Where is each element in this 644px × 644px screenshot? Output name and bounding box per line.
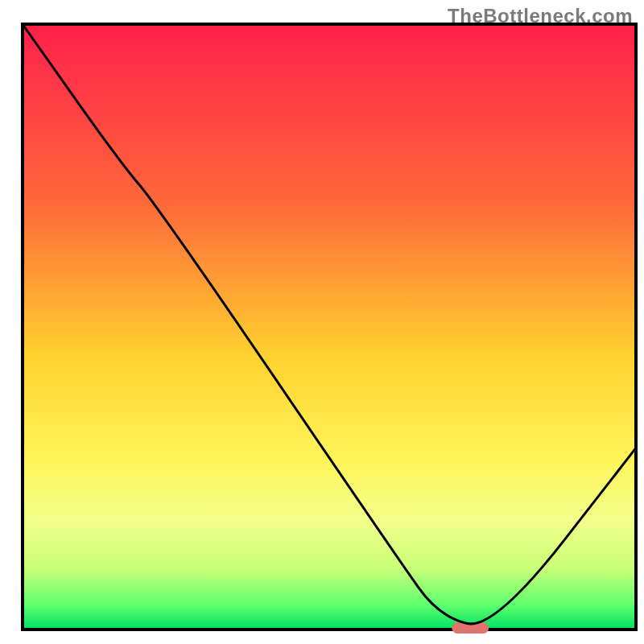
plot-area [23, 24, 636, 630]
chart-frame: TheBottleneck.com [0, 0, 644, 644]
watermark-text: TheBottleneck.com [448, 5, 633, 27]
chart-svg [0, 0, 644, 644]
